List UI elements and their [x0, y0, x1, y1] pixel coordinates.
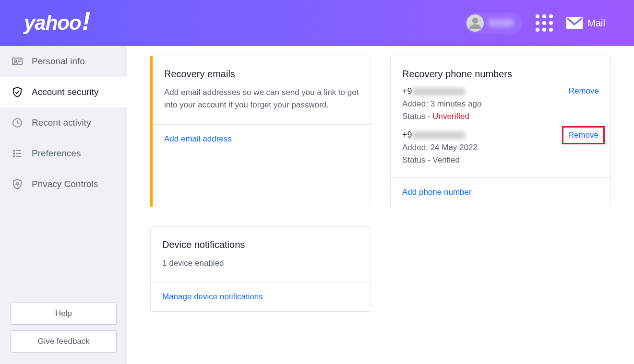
- content: Recovery emails Add email addresses so w…: [127, 46, 634, 364]
- card-description: Add email addresses so we can send you a…: [164, 86, 359, 112]
- mail-link[interactable]: Mail: [566, 17, 605, 29]
- phone-added: Added: 24 May 2022: [402, 143, 478, 153]
- card-description: 1 device enabled: [162, 257, 359, 270]
- shield-gear-icon: [12, 178, 23, 190]
- sidebar-item-label: Recent activity: [32, 117, 91, 128]
- svg-point-9: [13, 156, 14, 157]
- recovery-emails-card: Recovery emails Add email addresses so w…: [150, 56, 371, 207]
- sidebar: Personal info Account security Recent ac…: [0, 46, 127, 364]
- yahoo-logo[interactable]: yahoo!: [24, 12, 90, 35]
- card-title: Recovery phone numbers: [402, 69, 599, 80]
- card-title: Device notifications: [162, 239, 359, 250]
- mail-icon: [566, 17, 583, 29]
- phone-status: Status - Unverified: [402, 112, 481, 121]
- device-notifications-card: Device notifications 1 device enabled Ma…: [150, 226, 371, 312]
- sidebar-item-label: Account security: [32, 87, 98, 97]
- account-menu[interactable]: [465, 12, 522, 34]
- phone-number: +9: [402, 130, 478, 140]
- sidebar-item-account-security[interactable]: Account security: [0, 77, 127, 107]
- card-title: Recovery emails: [164, 69, 359, 80]
- manage-device-link[interactable]: Manage device notifications: [162, 292, 263, 301]
- phone-added: Added: 3 minutes ago: [402, 99, 481, 109]
- remove-phone-link[interactable]: Remove: [569, 86, 599, 96]
- add-phone-link[interactable]: Add phone number: [402, 188, 472, 197]
- sidebar-item-preferences[interactable]: Preferences: [0, 138, 127, 169]
- phone-entry: +9 Added: 3 minutes ago Status - Unverif…: [402, 86, 599, 121]
- help-button[interactable]: Help: [11, 303, 117, 325]
- sidebar-item-privacy-controls[interactable]: Privacy Controls: [0, 169, 127, 200]
- redacted: [412, 131, 465, 139]
- redacted: [412, 88, 465, 95]
- mail-label: Mail: [587, 18, 605, 29]
- avatar-icon: [467, 14, 484, 32]
- add-email-link[interactable]: Add email address: [164, 134, 232, 143]
- remove-phone-link[interactable]: Remove: [568, 130, 598, 140]
- header-right: Mail: [465, 12, 605, 34]
- logo-text: yahoo: [24, 12, 81, 35]
- account-name-redacted: [489, 19, 514, 27]
- svg-point-7: [13, 150, 14, 151]
- clock-icon: [12, 117, 23, 129]
- header: yahoo! Mail: [0, 0, 634, 46]
- sidebar-item-label: Personal info: [32, 56, 85, 67]
- apps-menu-icon[interactable]: [536, 14, 553, 32]
- sidebar-item-personal-info[interactable]: Personal info: [0, 46, 127, 77]
- phone-number: +9: [402, 86, 481, 96]
- sidebar-item-label: Privacy Controls: [32, 179, 98, 189]
- list-icon: [12, 148, 23, 159]
- sidebar-item-label: Preferences: [32, 148, 81, 159]
- give-feedback-button[interactable]: Give feedback: [11, 330, 117, 352]
- id-card-icon: [12, 56, 23, 67]
- phone-status: Status - Verified: [402, 155, 478, 165]
- shield-check-icon: [12, 86, 23, 98]
- svg-point-3: [14, 60, 16, 62]
- svg-point-8: [13, 153, 14, 154]
- phone-entry: +9 Added: 24 May 2022 Status - Verified …: [402, 130, 599, 165]
- svg-point-13: [16, 183, 18, 185]
- remove-highlight: Remove: [562, 126, 605, 144]
- sidebar-item-recent-activity[interactable]: Recent activity: [0, 107, 127, 138]
- recovery-phones-card: Recovery phone numbers +9 Added: 3 minut…: [390, 56, 611, 207]
- svg-point-0: [472, 18, 478, 24]
